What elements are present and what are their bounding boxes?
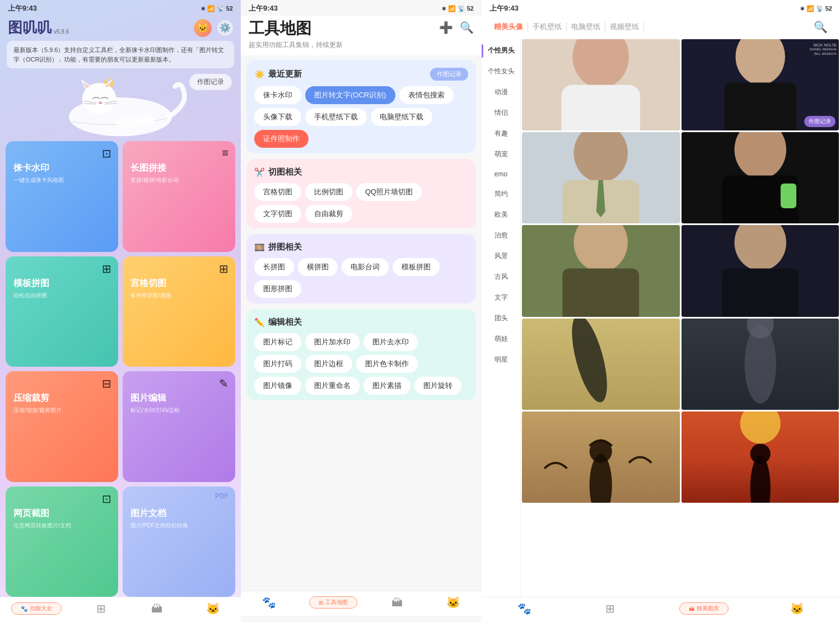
gallery-item-9[interactable] <box>522 411 680 503</box>
nav-gallery-2[interactable]: 🏔 <box>380 596 414 609</box>
compress-crop-button[interactable]: ⊟ 压缩裁剪 压缩/缩放/裁剪图片 <box>6 371 118 482</box>
nav-profile-3[interactable]: 🐱 <box>781 602 814 615</box>
nav-profile-1[interactable]: 🐱 <box>196 602 230 615</box>
panel2-subtitle: 超实用功能工具集锦，持续更新 <box>249 40 474 50</box>
tag-grid-cut[interactable]: 宫格切图 <box>254 183 301 201</box>
gallery-item-7[interactable] <box>522 319 680 410</box>
long-collage-button[interactable]: ≡ 长图拼接 竖拼/横拼/电影台词 <box>123 141 235 252</box>
section-collage-title: 🎞️ 拼图相关 <box>254 242 302 252</box>
nav-home[interactable]: 🐾 功能大全 <box>11 602 62 615</box>
section-record-btn[interactable]: 作图记录 <box>430 68 468 81</box>
tag-img-rotate[interactable]: 图片旋转 <box>414 377 461 395</box>
cat-text[interactable]: 文字 <box>482 287 520 308</box>
tag-template-collage[interactable]: 模板拼图 <box>393 258 440 276</box>
cat-funny[interactable]: 有趣 <box>482 123 520 144</box>
cat-female[interactable]: 个性女头 <box>482 61 520 82</box>
cat-group[interactable]: 团头 <box>482 308 520 329</box>
grid-icon-tools: ⊞ <box>319 600 323 606</box>
tag-shape-collage[interactable]: 图形拼图 <box>254 280 301 298</box>
cat-star[interactable]: 明星 <box>482 349 520 370</box>
gallery-search-icon[interactable]: 🔍 <box>809 20 832 34</box>
gallery-item-2[interactable]: NICK NOLTE DANIEL BERNHA BILL MADDOX 作图记… <box>682 39 839 130</box>
template-sub: 轻松自由拼图 <box>13 292 110 300</box>
cat-simple[interactable]: 简约 <box>482 184 520 204</box>
tab-portrait[interactable]: 精美头像 <box>489 22 528 32</box>
tag-img-code[interactable]: 图片打码 <box>254 355 301 373</box>
gallery-item-10[interactable] <box>682 411 839 503</box>
tag-text-cut[interactable]: 文字切图 <box>254 205 301 223</box>
settings-button[interactable]: ⚙️ <box>217 20 233 36</box>
cat-anime[interactable]: 动漫 <box>482 82 520 102</box>
gallery-item-5[interactable] <box>522 225 680 316</box>
tag-img-mirror[interactable]: 图片镜像 <box>254 377 301 395</box>
paw-icon: 🐾 <box>21 606 27 612</box>
tag-avatar-dl[interactable]: 头像下载 <box>254 108 301 126</box>
tag-horizontal-collage[interactable]: 横拼图 <box>298 258 338 276</box>
add-list-icon[interactable]: ➕ <box>439 21 453 34</box>
template-collage-button[interactable]: ⊞ 模板拼图 轻松自由拼图 <box>6 256 118 367</box>
tag-color-card[interactable]: 图片色卡制作 <box>356 355 418 373</box>
nav-gallery-1[interactable]: 🏔 <box>140 602 174 615</box>
cat-western[interactable]: 欧美 <box>482 204 520 225</box>
grid-cut-button[interactable]: ⊞ 宫格切图 多种类切图/藏图 <box>123 256 235 367</box>
gallery-item-1[interactable] <box>522 39 680 130</box>
panel2-header-icons: ➕ 🔍 <box>439 21 474 34</box>
nav-home-2[interactable]: 🐾 <box>253 596 286 609</box>
gallery-item-3[interactable] <box>522 132 680 223</box>
gallery-item-4[interactable] <box>682 132 839 223</box>
notice-box: 最新版本（5.9.6）支持自定义工具栏，全新徕卡水印图制作，还有「图片转文字（O… <box>7 41 234 68</box>
image-edit-button[interactable]: ✎ 图片编辑 标记/水印/打码/边框 <box>123 371 235 482</box>
web-screenshot-button[interactable]: ⊡ 网页截图 任意网页转换图片/文档 <box>6 487 118 597</box>
cat-ancient[interactable]: 古风 <box>482 266 520 287</box>
avatar-button[interactable]: 🐱 <box>194 19 212 37</box>
tag-leica[interactable]: 徕卡水印 <box>254 86 301 104</box>
tag-id-photo[interactable]: 证件照制作 <box>254 130 309 148</box>
tag-ratio-cut[interactable]: 比例切图 <box>305 183 352 201</box>
tag-img-mark[interactable]: 图片标记 <box>254 333 301 351</box>
nav-grid-1[interactable]: ⊞ <box>84 602 118 615</box>
edit-sub: 标记/水印/打码/边框 <box>130 406 227 414</box>
template-title: 模板拼图 <box>13 278 110 289</box>
cat-couple[interactable]: 情侣 <box>482 102 520 123</box>
cat-emo[interactable]: emo <box>482 165 520 184</box>
nav-home-3[interactable]: 🐾 <box>508 602 542 615</box>
panel2-content: ☀️ 最近更新 作图记录 徕卡水印 图片转文字(OCR识别) 表情包搜索 头像下… <box>241 55 482 591</box>
cat-pet[interactable]: 萌宠 <box>482 144 520 165</box>
tag-remove-watermark[interactable]: 图片去水印 <box>363 333 418 351</box>
cat-icon-2: 🐱 <box>446 596 460 609</box>
cat-baby[interactable]: 萌娃 <box>482 329 520 349</box>
search-icon-2[interactable]: 🔍 <box>460 21 474 34</box>
tag-long-collage[interactable]: 长拼图 <box>254 258 294 276</box>
section-collage: 🎞️ 拼图相关 长拼图 横拼图 电影台词 模板拼图 图形拼图 <box>246 234 476 303</box>
web-icon: ⊡ <box>102 492 111 506</box>
cat-healing[interactable]: 治愈 <box>482 225 520 246</box>
tag-qq-wall[interactable]: QQ照片墙切图 <box>356 183 422 201</box>
tag-img-sketch[interactable]: 图片素描 <box>363 377 410 395</box>
gallery-item-6[interactable] <box>682 225 839 316</box>
tag-movie-caption[interactable]: 电影台词 <box>342 258 389 276</box>
tag-add-watermark[interactable]: 图片加水印 <box>305 333 360 351</box>
tag-free-crop[interactable]: 自由裁剪 <box>305 205 352 223</box>
tag-img-border[interactable]: 图片边框 <box>305 355 352 373</box>
tag-ocr[interactable]: 图片转文字(OCR识别) <box>305 86 395 104</box>
tag-pc-wp[interactable]: 电脑壁纸下载 <box>371 108 432 126</box>
nav-profile-2[interactable]: 🐱 <box>437 596 470 609</box>
tab-video-wp[interactable]: 视频壁纸 <box>605 22 644 32</box>
tag-img-rename[interactable]: 图片重命名 <box>305 377 360 395</box>
cat-landscape[interactable]: 风景 <box>482 246 520 266</box>
tab-pc-wp[interactable]: 电脑壁纸 <box>567 22 605 32</box>
pdf-convert-button[interactable]: PDF 图片文档 图片/PDF文档轻松转换 <box>123 487 235 597</box>
cat-male[interactable]: 个性男头 <box>482 40 520 61</box>
gallery-item-8[interactable] <box>682 319 839 410</box>
nav-tools-3[interactable]: ⊞ <box>594 602 627 615</box>
leica-watermark-button[interactable]: ⊡ 徕卡水印 一键生成徕卡风格图 <box>6 141 118 252</box>
tab-phone-wp[interactable]: 手机壁纸 <box>528 22 567 32</box>
nav-tools[interactable]: ⊞ 工具地图 <box>309 596 357 609</box>
panel1-header: 图叽叽 v5.9.6 🐱 ⚙️ <box>0 16 241 41</box>
tag-phone-wp[interactable]: 手机壁纸下载 <box>305 108 367 126</box>
svg-point-7 <box>99 102 102 104</box>
nav-gallery-active[interactable]: 🏔 精美图库 <box>679 602 729 615</box>
pdf-title: 图片文档 <box>130 508 227 520</box>
record-button-1[interactable]: 作图记录 <box>189 74 232 90</box>
tag-emoji[interactable]: 表情包搜索 <box>399 86 454 104</box>
